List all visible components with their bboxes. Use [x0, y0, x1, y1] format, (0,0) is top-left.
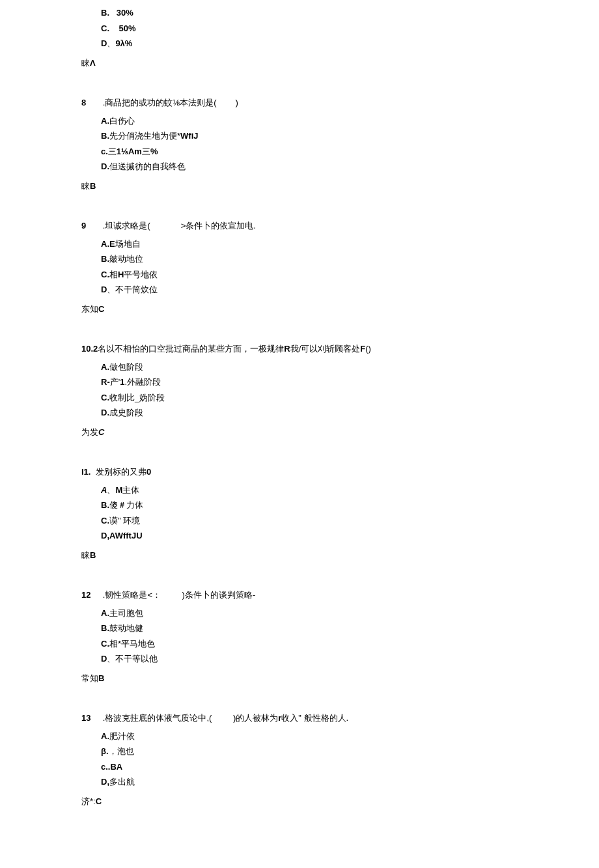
question-text: >条件卜的依宣加电.	[181, 221, 256, 231]
option: B.鼓动地健	[101, 622, 560, 635]
answer-value: B	[90, 550, 96, 560]
option-separator: 、	[107, 285, 115, 294]
option: B.傻＃力体	[101, 499, 560, 512]
answer-line: 睐B	[81, 549, 560, 562]
answer-value: B	[90, 181, 96, 191]
question-number: I1.	[81, 466, 96, 479]
question-stem: 8 .商品把的或功的蚊⅛本法则是( )	[81, 96, 560, 109]
option: D.但送摵彷的自我终色	[101, 160, 560, 173]
option-label: A.	[101, 608, 109, 618]
question-text: 发别标的又弗	[96, 467, 146, 477]
option-text: 场地自	[115, 239, 141, 249]
question-number: 10.2	[81, 343, 98, 356]
option-label: A.	[101, 731, 109, 741]
option-text: 主司胞包	[109, 608, 143, 618]
option-label: R-	[101, 377, 110, 387]
option-text: 三	[142, 147, 150, 156]
question-text: .坦诚求略是(	[103, 221, 150, 231]
option-text: 谟" 环境	[109, 516, 140, 525]
answer-prefix: 济*:	[81, 796, 96, 806]
option-label: C.	[101, 23, 109, 33]
question-text: )	[236, 98, 238, 107]
question-stem: 9 .坦诚求略是( >条件卜的依宣加电.	[81, 219, 560, 232]
option-separator: 、	[107, 38, 115, 48]
option-separator: 、	[107, 654, 115, 664]
option-label: A.	[101, 116, 109, 126]
option-text: H	[118, 270, 124, 279]
option-label: D	[101, 285, 107, 294]
option-text: %	[150, 147, 158, 156]
option-text: 1⅛Am	[117, 147, 142, 156]
option-text: 先分俏浇生地为便*	[109, 131, 180, 141]
question-text	[212, 713, 233, 723]
options-list: A.主司胞包B.鼓动地健C.相*平马地色D、不干等以他	[81, 607, 560, 665]
question-text: 收入" 般性格的人.	[281, 713, 348, 723]
options-list: A.白伤心B.先分俏浇生地为便*WfiJc.三1⅛Am三%D.但送摵彷的自我终色	[81, 115, 560, 173]
option-label: D	[101, 38, 107, 48]
option-label: C.	[101, 516, 109, 525]
option: c.三1⅛Am三%	[101, 145, 560, 158]
option-text: 产'	[110, 377, 120, 387]
question-block: 8 .商品把的或功的蚊⅛本法则是( )A.白伤心B.先分俏浇生地为便*WfiJc…	[81, 96, 560, 192]
answer-prefix: 为发	[81, 427, 98, 437]
question-text: )的人被林为	[233, 713, 278, 723]
question-text	[217, 98, 236, 107]
answer-value: Λ	[90, 58, 96, 68]
answer-value: C	[96, 796, 102, 806]
question-text	[150, 221, 181, 231]
options-list: A.肥汁依β.，泡也c..BAD,多出航	[81, 730, 560, 789]
question-stem: 13 .格波克拄底的体液气质论中,( )的人被林为r收入" 般性格的人.	[81, 712, 560, 725]
option-label: B.	[101, 500, 109, 510]
option-text: ，泡也	[109, 746, 134, 756]
answer-line: 为发C	[81, 426, 560, 439]
option: D.成史阶段	[101, 406, 560, 419]
option-text: 成史阶段	[109, 408, 143, 417]
option: C.谟" 环境	[101, 514, 560, 527]
options-list: B. 30%C. 50%D、9λ%	[81, 7, 560, 50]
option-text: 9λ%	[115, 38, 132, 48]
option: B.皴动地位	[101, 253, 560, 266]
option-text: .外融阶段	[124, 377, 161, 387]
option: B.先分俏浇生地为便*WfiJ	[101, 130, 560, 143]
option-label: D	[101, 654, 107, 664]
options-list: A.E场地自B.皴动地位C.相H平号地依D、不干筒炊位	[81, 238, 560, 296]
option: A.肥汁依	[101, 730, 560, 743]
option: D,多出航	[101, 776, 560, 789]
answer-line: 睐B	[81, 180, 560, 193]
option-separator: 、	[107, 485, 115, 495]
question-block: 12 .韧性策略是<： )条件卜的谈判策略-A.主司胞包B.鼓动地健C.相*平马…	[81, 589, 560, 684]
option-text: 三	[108, 147, 117, 156]
option-text: 主体	[122, 485, 139, 495]
option: D、9λ%	[101, 37, 560, 50]
question-text: 名以不相怡的口空批过商品的某些方面，一极规律	[98, 344, 284, 354]
option-text: 30%	[117, 8, 133, 18]
question-block: 13 .格波克拄底的体液气质论中,( )的人被林为r收入" 般性格的人.A.肥汁…	[81, 712, 560, 807]
option: A.白伤心	[101, 115, 560, 128]
option-label: A.	[101, 362, 109, 372]
option-label: C.	[101, 393, 109, 402]
option-label: c.	[101, 147, 108, 156]
option-text: 相	[109, 270, 118, 279]
option-label: D.	[101, 408, 109, 417]
answer-value: C	[98, 427, 104, 437]
option-text: 收制比_妫阶段	[109, 393, 165, 402]
answer-line: 睐Λ	[81, 57, 560, 70]
option-label: B.	[101, 623, 109, 633]
answer-line: 济*:C	[81, 795, 560, 808]
answer-value: B	[98, 673, 104, 683]
option-text: 不干等以他	[115, 654, 158, 664]
option-label: D.	[101, 161, 109, 171]
option-label: A	[101, 485, 107, 495]
question-text: R	[284, 344, 290, 354]
answer-prefix: 睐	[81, 181, 90, 191]
option-label: A.E	[101, 239, 115, 249]
option: C. 50%	[101, 22, 560, 35]
option: C.相H平号地依	[101, 268, 560, 281]
question-text: ()	[365, 344, 371, 354]
option: A.做包阶段	[101, 361, 560, 374]
question-text	[161, 590, 182, 600]
option-text: 做包阶段	[109, 362, 143, 372]
option-label: C.	[101, 639, 109, 649]
question-number: 13	[81, 712, 96, 725]
question-number: 8	[81, 96, 96, 109]
